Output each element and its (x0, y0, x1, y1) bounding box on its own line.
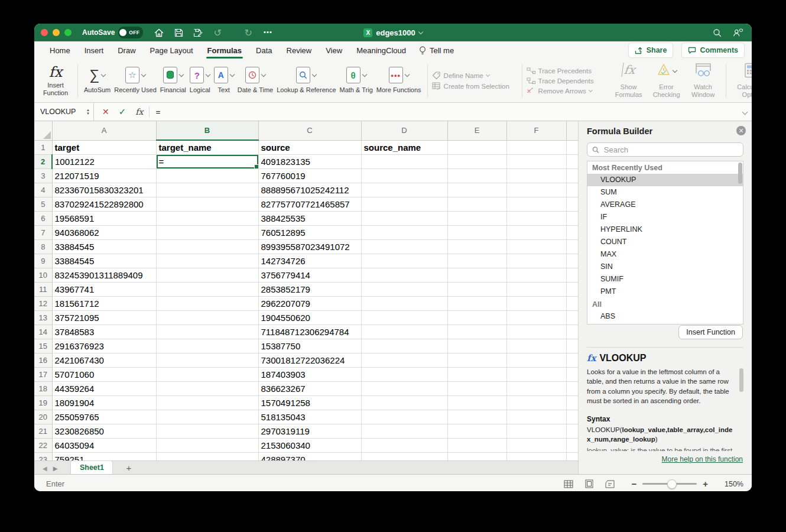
sheet-tab-sheet1[interactable]: Sheet1 (70, 460, 113, 474)
cell-D15[interactable] (361, 339, 447, 353)
cell-D13[interactable] (361, 310, 447, 325)
col-header-F[interactable]: F (506, 121, 566, 140)
tab-home[interactable]: Home (43, 41, 77, 59)
cell-D23[interactable] (361, 452, 447, 460)
cell-A23[interactable]: 759251 (52, 452, 156, 460)
cell-E13[interactable] (447, 310, 506, 325)
row-header-6[interactable]: 6 (34, 211, 52, 225)
function-item-sin[interactable]: SIN (587, 261, 743, 273)
search-icon[interactable] (712, 27, 722, 38)
function-item-average[interactable]: AVERAGE (587, 199, 743, 211)
cell-A3[interactable]: 212071519 (52, 168, 156, 183)
insert-function-fx-icon[interactable]: fx (135, 107, 143, 116)
cell-F11[interactable] (506, 282, 566, 296)
cell-F1[interactable] (506, 140, 566, 154)
comments-button[interactable]: Comments (681, 43, 745, 58)
share-button[interactable]: Share (628, 43, 674, 58)
tab-meaningcloud[interactable]: MeaningCloud (349, 41, 413, 59)
cell-F16[interactable] (506, 353, 566, 367)
row-header-13[interactable]: 13 (34, 310, 52, 325)
cell-D19[interactable] (361, 395, 447, 410)
cell-B1[interactable]: target_name (156, 140, 258, 154)
trace-precedents-button[interactable]: Trace Precedents (527, 67, 609, 74)
row-header-1[interactable]: 1 (34, 140, 52, 154)
cell-E15[interactable] (447, 339, 506, 353)
cell-D14[interactable] (361, 325, 447, 339)
cell-F13[interactable] (506, 310, 566, 325)
cell-F14[interactable] (506, 325, 566, 339)
cell-B20[interactable] (156, 410, 258, 424)
cell-B3[interactable] (156, 168, 258, 183)
cell-E16[interactable] (447, 353, 506, 367)
cell-G15[interactable] (566, 339, 578, 353)
cell-B17[interactable] (156, 367, 258, 381)
cell-C7[interactable]: 760512895 (258, 225, 361, 239)
more-functions-button[interactable]: ••• More Functions (375, 67, 423, 94)
cell-A6[interactable]: 19568591 (52, 211, 156, 225)
cell-E3[interactable] (447, 168, 506, 183)
cell-E6[interactable] (447, 211, 506, 225)
cell-E21[interactable] (447, 424, 506, 438)
row-header-5[interactable]: 5 (34, 197, 52, 211)
cell-E17[interactable] (447, 367, 506, 381)
more-help-link[interactable]: More help on this function (662, 455, 743, 463)
row-header-18[interactable]: 18 (34, 381, 52, 395)
cell-C21[interactable]: 2970319119 (258, 424, 361, 438)
row-header-3[interactable]: 3 (34, 168, 52, 183)
financial-button[interactable]: Financial (158, 67, 188, 94)
cell-C9[interactable]: 142734726 (258, 254, 361, 268)
undo-dropdown-icon[interactable] (232, 31, 234, 34)
cell-A18[interactable]: 44359264 (52, 381, 156, 395)
cell-E10[interactable] (447, 268, 506, 282)
col-header-C[interactable]: C (258, 121, 361, 140)
cell-B5[interactable] (156, 197, 258, 211)
recently-used-button[interactable]: ☆ Recently Used (112, 67, 158, 94)
cell-G8[interactable] (566, 239, 578, 254)
cell-B8[interactable] (156, 239, 258, 254)
cell-B10[interactable] (156, 268, 258, 282)
cell-G7[interactable] (566, 225, 578, 239)
cell-F12[interactable] (506, 296, 566, 310)
cell-F4[interactable] (506, 183, 566, 197)
insert-function-panel-button[interactable]: Insert Function (678, 325, 743, 339)
tab-review[interactable]: Review (280, 41, 319, 59)
row-header-10[interactable]: 10 (34, 268, 52, 282)
prev-sheet-icon[interactable]: ◀ (43, 465, 47, 472)
cell-B2[interactable]: = (156, 154, 258, 168)
cell-C1[interactable]: source (258, 140, 361, 154)
cell-A13[interactable]: 375721095 (52, 310, 156, 325)
cell-E1[interactable] (447, 140, 506, 154)
function-item-abs[interactable]: ABS (587, 310, 743, 323)
cell-B9[interactable] (156, 254, 258, 268)
cell-D5[interactable] (361, 197, 447, 211)
cell-B21[interactable] (156, 424, 258, 438)
formula-input[interactable]: = (150, 108, 160, 116)
cell-E14[interactable] (447, 325, 506, 339)
undo-icon[interactable]: ↺ (212, 27, 223, 38)
cell-D7[interactable] (361, 225, 447, 239)
cell-G17[interactable] (566, 367, 578, 381)
cell-E19[interactable] (447, 395, 506, 410)
cell-F6[interactable] (506, 211, 566, 225)
cell-G18[interactable] (566, 381, 578, 395)
cell-E23[interactable] (447, 452, 506, 460)
row-header-12[interactable]: 12 (34, 296, 52, 310)
remove-arrows-button[interactable]: Remove Arrows (527, 87, 609, 95)
tab-formulas[interactable]: Formulas (200, 41, 249, 59)
function-item-max[interactable]: MAX (587, 248, 743, 261)
row-header-14[interactable]: 14 (34, 325, 52, 339)
cell-A16[interactable]: 2421067430 (52, 353, 156, 367)
row-header-19[interactable]: 19 (34, 395, 52, 410)
cell-G14[interactable] (566, 325, 578, 339)
cell-D20[interactable] (361, 410, 447, 424)
function-item-sum[interactable]: SUM (587, 186, 743, 199)
create-from-selection-button[interactable]: Create from Selection (432, 82, 518, 90)
cell-F19[interactable] (506, 395, 566, 410)
cell-A19[interactable]: 18091904 (52, 395, 156, 410)
col-header-B[interactable]: B (156, 121, 258, 140)
cell-B18[interactable] (156, 381, 258, 395)
tab-insert[interactable]: Insert (77, 41, 111, 59)
cell-C15[interactable]: 15387750 (258, 339, 361, 353)
cell-F17[interactable] (506, 367, 566, 381)
function-item-sumif[interactable]: SUMIF (587, 273, 743, 286)
